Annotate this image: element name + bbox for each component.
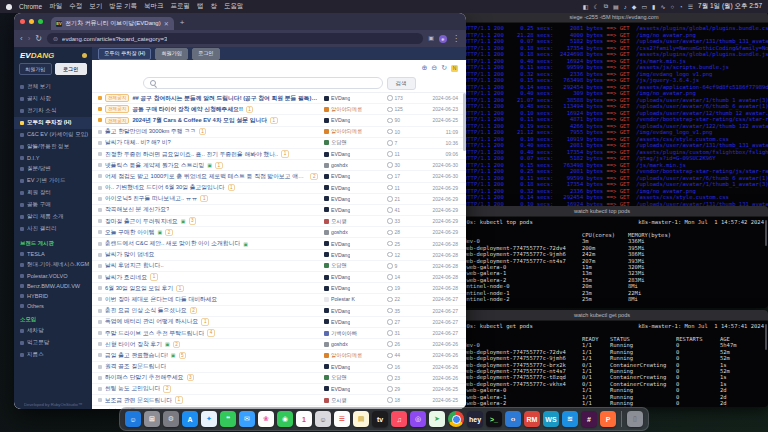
search-button[interactable]: 검색 <box>387 77 416 90</box>
do-not-disturb-icon[interactable]: ☾ <box>593 3 598 10</box>
post-title-link[interactable]: 원격 공조 질문드립니다 <box>105 362 166 371</box>
forward-button[interactable]: › <box>28 30 31 47</box>
post-author[interactable]: 알아야되메롱 <box>324 352 384 359</box>
dock-webstorm[interactable]: WS <box>543 411 559 427</box>
close-window-button[interactable] <box>20 19 25 24</box>
post-title-link[interactable]: 금일 출고 완료했습니다! <box>105 351 168 360</box>
close-tab-icon[interactable]: ✕ <box>164 20 169 27</box>
dock-tv[interactable]: tv <box>372 411 388 427</box>
post-row[interactable]: 전체공지 공동 구매 타이어 장착 예약 신청해주세요!! ▣ 1 알아야되메롱 <box>92 104 466 115</box>
dock-rubymine[interactable]: RM <box>524 411 540 427</box>
post-row[interactable]: 원격 공조 질문드립니다 ▣ EVDang 16 <box>92 362 466 373</box>
stage-manager-icon[interactable]: ◧ <box>583 3 589 10</box>
menubar-item[interactable]: 프로필 <box>170 2 190 11</box>
menubar-item[interactable]: 창 <box>210 2 217 11</box>
menubar-item[interactable]: 도움말 <box>224 2 244 11</box>
post-author[interactable]: 모시깽 <box>324 397 384 404</box>
address-bar[interactable]: ⊜ evdang.com/articles?board_category=3 <box>47 33 423 44</box>
post-title-link[interactable]: 폭염에 배터리 관리 어떻게 하시나요 <box>105 317 198 326</box>
post-author[interactable]: 오담맨 <box>324 262 384 269</box>
terminal-scrollbar[interactable] <box>765 220 767 246</box>
post-title-link[interactable]: 보조금 관련 문의드립니다 <box>105 396 172 405</box>
music-icon[interactable]: ♪ <box>624 4 627 10</box>
post-title-link[interactable]: 주말 드라이브 코스 추천 부탁드립니다 <box>105 329 204 338</box>
naver-icon[interactable]: N <box>451 65 458 72</box>
post-row[interactable]: 아이오닉5 친구들 떠나보내고.. ㅠㅠ ▣ 1 EVDang <box>92 194 466 205</box>
sidebar-brand-item[interactable]: TESLA <box>14 249 92 259</box>
post-title-link[interactable]: 6월 30일 일요일 모임 후기 <box>105 284 173 293</box>
dock-safari[interactable]: ✦ <box>201 411 217 427</box>
spotlight-icon[interactable]: ○ <box>670 4 674 10</box>
dock-postman[interactable]: P <box>600 411 616 427</box>
post-author[interactable]: EVDang <box>324 308 384 314</box>
dock-mail[interactable]: ✉ <box>239 411 255 427</box>
post-author[interactable]: Polestar K <box>324 296 384 302</box>
post-author[interactable]: 알아야되메롱 <box>324 128 384 135</box>
post-title-link[interactable]: 날씨 후덥지근 합니다.. <box>105 261 164 270</box>
sidebar-group-item[interactable]: 먹고분당 <box>14 337 92 349</box>
post-title-link[interactable]: 출고 한달만인데 3000km 주행 ㅋㅋ <box>105 127 196 136</box>
dock-launchpad[interactable]: ⊞ <box>144 411 160 427</box>
post-author[interactable]: EVDang <box>324 151 384 157</box>
post-author[interactable]: EVDang <box>324 185 384 191</box>
menubar-item[interactable]: 파일 <box>49 2 62 11</box>
dock-contacts[interactable]: ☺ <box>315 411 331 427</box>
browser-tab[interactable]: EV 전기차 커뮤니티 이브이당(EVDang) ✕ <box>51 17 174 30</box>
sidebar-nav-item[interactable]: 모두의 주차장 (H) <box>14 117 92 129</box>
post-title-link[interactable]: 2024년 7월 Cars & Coffee EV 4차 모임 설문 입니다 <box>132 116 267 125</box>
sidebar-nav-item[interactable]: 전체 보기 <box>14 81 92 93</box>
post-row[interactable]: 썬팅 농도 고민입니다 ▣ 2 EVDang 29 <box>92 384 466 395</box>
sidebar-nav-item[interactable]: D.I.Y <box>14 153 92 163</box>
post-row[interactable]: 넷플릭스 등을 계약제 뭔가요 스트리밍 ▣ 1 goshdx <box>92 160 466 171</box>
sidebar-brand-item[interactable]: Polestar.VOLVO <box>14 271 92 281</box>
dock-messages[interactable]: ❝ <box>220 411 236 427</box>
post-row[interactable]: 전체공지 2024년 7월 Cars & Coffee EV 4차 모임 설문 … <box>92 115 466 126</box>
post-title-link[interactable]: 날씨가 많이 덥네요 <box>105 250 155 259</box>
dock-maps[interactable]: ➤ <box>429 411 445 427</box>
post-title-link[interactable]: 충랜드에서 C&C 제안.. 새로 맞이한 아이 소개합니다 <box>105 239 240 248</box>
post-author[interactable]: EVDang <box>324 386 384 392</box>
post-author[interactable]: EVDang <box>324 252 384 258</box>
profile-avatar[interactable]: e <box>439 35 447 43</box>
join-button[interactable]: 회원가입 <box>155 48 188 60</box>
post-row[interactable]: 작곡해보신 분 계신가요? ▣ EVDang 41 <box>92 205 466 216</box>
dock-chrome[interactable] <box>448 411 464 427</box>
post-author[interactable]: EVDang <box>324 196 384 202</box>
post-row[interactable]: 진정한 우중런 하려면 금요일이죠.. 흠.. 전기 우중런을 해봐야 했나..… <box>92 149 466 160</box>
post-author[interactable]: EVDang <box>324 117 384 123</box>
menubar-item[interactable]: 북마크 <box>144 2 164 11</box>
post-row[interactable]: 6월 30일 일요일 모임 후기 ▣ 1 EVDang <box>92 283 466 294</box>
search-box[interactable] <box>143 77 383 89</box>
post-title-link[interactable]: 작곡해보신 분 계신가요? <box>105 205 169 214</box>
display-icon[interactable]: ⧉ <box>604 3 608 10</box>
screen-mirroring-icon[interactable]: ▭ <box>641 3 647 10</box>
terminal-scrollbar[interactable] <box>765 324 767 350</box>
post-title-link[interactable]: 충전 요금 인상 소식 들으셨나요 <box>105 306 187 315</box>
battery-icon[interactable]: ▮ <box>652 3 655 10</box>
sidebar-brand-item[interactable]: 현대.기아.제네시스.KGM <box>14 259 92 271</box>
post-row[interactable]: 주말 드라이브 코스 추천 부탁드립니다 ▣ 4 기백이아빠 <box>92 328 466 339</box>
post-row[interactable]: 전체공지 ## 공구 참여하시는 분들께 알려 드립니다! (공구 참여 회원 … <box>92 93 466 104</box>
post-author[interactable]: 모시깽 <box>324 218 384 225</box>
menubar-item[interactable]: 보기 <box>89 2 102 11</box>
sidebar-login-button[interactable]: 로그인 <box>55 63 88 75</box>
post-author[interactable]: 알아야되메롱 <box>324 106 384 113</box>
post-title-link[interactable]: 어제 점검도 받고 1000키로 총 뛰었네요 제로백 테스트 등 직접 밟아보… <box>105 172 307 181</box>
post-row[interactable]: 출고 한달만인데 3000km 주행 ㅋㅋ ▣ 1 알아야되메롱 <box>92 127 466 138</box>
terminal-top-pods-titlebar[interactable]: watch kubectl top pods <box>436 206 768 217</box>
post-author[interactable]: EVDang <box>324 241 384 247</box>
sidebar-brand-item[interactable]: Benz.BMW.AUDI.VW <box>14 281 92 291</box>
post-row[interactable]: 오늘 구매한 아이템 ▣ 2 goshdx 28 <box>92 227 466 238</box>
dock-reminders[interactable]: ☰ <box>334 411 350 427</box>
post-title-link[interactable]: 아이오닉5 친구들 떠나보내고.. ㅠㅠ <box>105 194 197 203</box>
sidebar-nav-item[interactable]: 알뜰/유용한 정보 <box>14 141 92 153</box>
dock-trash[interactable]: ▯ <box>627 411 643 427</box>
post-title-link[interactable]: 공동 구매 타이어 장착 예약 신청해주세요!! <box>132 105 242 114</box>
dock-podcasts[interactable]: ◎ <box>410 411 426 427</box>
post-title-link[interactable]: 오늘 구매한 아이템 <box>105 228 155 237</box>
new-tab-button[interactable]: + <box>180 15 185 30</box>
refresh-icon[interactable]: ↻ <box>441 63 447 73</box>
post-row[interactable]: 하이패스 단말기 추천해주세요 ▣ 3 오담맨 23 <box>92 373 466 384</box>
post-row[interactable]: 아.. 기변했네요 드디어 6월 30일 출고일입니다 ▣ 1 EVDang <box>92 183 466 194</box>
post-title-link[interactable]: 신형 타이어 장착 후기 <box>105 340 162 349</box>
